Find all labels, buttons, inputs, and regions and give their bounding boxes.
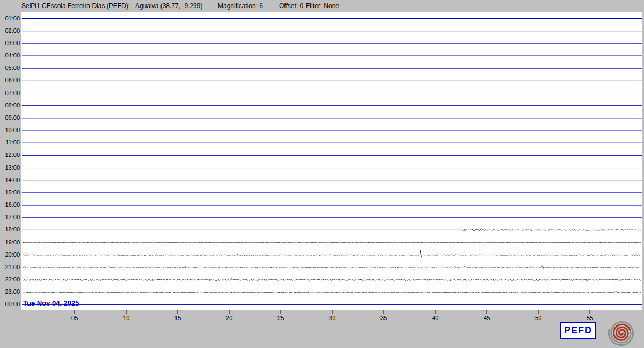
hour-label: 04:00 xyxy=(1,52,20,59)
x-tick-label: :50 xyxy=(533,315,541,321)
x-tick-label: :20 xyxy=(224,315,232,321)
station-badge: PEFD xyxy=(560,322,596,339)
hour-label: 14:00 xyxy=(1,177,20,183)
hour-label: 09:00 xyxy=(1,114,20,121)
hour-label: 20:00 xyxy=(1,251,20,258)
x-tick-label: :10 xyxy=(121,315,129,321)
hour-label: 03:00 xyxy=(1,40,20,46)
hour-label: 10:00 xyxy=(1,127,20,133)
plot-background[interactable] xyxy=(21,12,642,310)
logo-spiral-inner xyxy=(613,324,630,340)
x-tick-label: :35 xyxy=(379,315,387,321)
logo-spiral-outer xyxy=(609,322,633,345)
x-tick-label: :25 xyxy=(276,315,284,321)
spiral-logo xyxy=(605,318,638,348)
hour-label: 16:00 xyxy=(1,201,20,208)
x-tick-label: :45 xyxy=(482,315,490,321)
x-tick-label: :55 xyxy=(585,315,593,321)
hour-label: 08:00 xyxy=(1,102,20,108)
hour-label: 21:00 xyxy=(1,264,20,270)
x-tick-label: :15 xyxy=(173,315,181,321)
hour-label: 23:00 xyxy=(1,288,20,295)
hour-label: 07:00 xyxy=(1,90,20,96)
x-tick-label: :30 xyxy=(327,315,335,321)
hour-label: 17:00 xyxy=(1,214,20,220)
hour-label: 01:00 xyxy=(1,15,20,21)
hour-label: 19:00 xyxy=(1,239,20,245)
hour-label: 18:00 xyxy=(1,226,20,233)
hour-label: 06:00 xyxy=(1,77,20,83)
hour-label: 11:00 xyxy=(1,139,20,146)
hour-label: 13:00 xyxy=(1,164,20,171)
hour-label: 02:00 xyxy=(1,27,20,34)
x-tick-label: :05 xyxy=(70,315,78,321)
hour-label: 05:00 xyxy=(1,64,20,71)
hour-label: 22:00 xyxy=(1,276,20,282)
hour-label: 12:00 xyxy=(1,151,20,158)
date-label: Tue Nov 04, 2025 xyxy=(23,299,79,307)
hour-label: 15:00 xyxy=(1,189,20,195)
helicorder-plot[interactable] xyxy=(0,0,644,348)
hour-label: 00:00 xyxy=(1,301,20,307)
x-tick-label: :40 xyxy=(430,315,438,321)
